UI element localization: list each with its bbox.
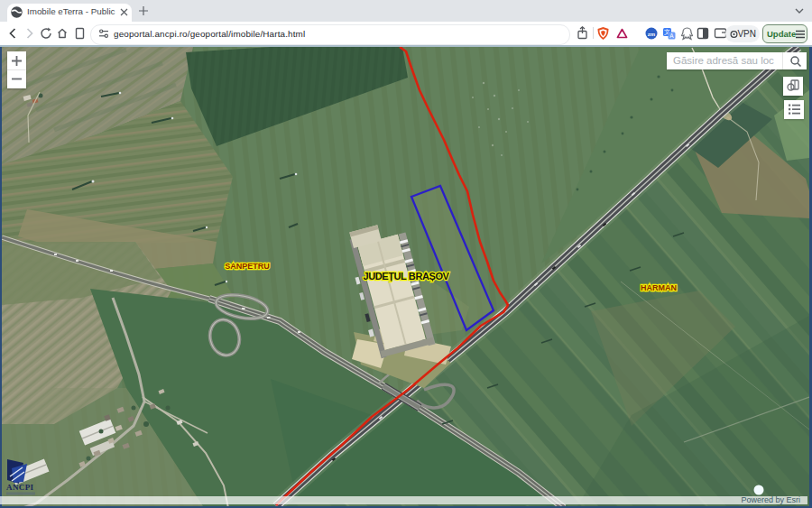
- svg-text:JUDEȚUL BRAȘOV: JUDEȚUL BRAȘOV: [363, 271, 449, 282]
- svg-text:zm: zm: [648, 32, 655, 37]
- svg-text:HARMAN: HARMAN: [641, 283, 677, 292]
- svg-text:SANPETRU: SANPETRU: [225, 262, 270, 271]
- svg-text:ANCPI: ANCPI: [6, 483, 34, 492]
- svg-text:A: A: [669, 32, 674, 39]
